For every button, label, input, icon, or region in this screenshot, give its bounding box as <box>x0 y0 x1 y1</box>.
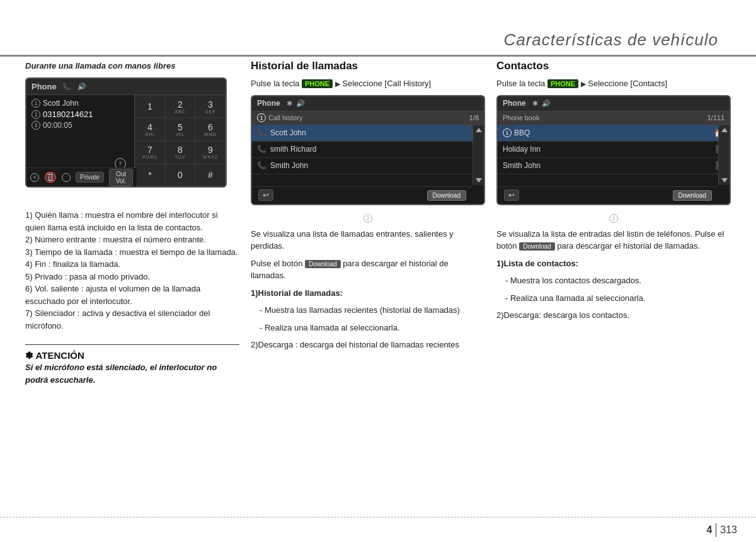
bt-icon-mid: ✱ <box>287 99 292 108</box>
phone-sm-subheader-right: Phone book 1/111 <box>498 111 730 125</box>
key-3[interactable]: 3DEF <box>195 95 226 118</box>
download-button-right[interactable]: Download <box>673 190 712 201</box>
attention-box: ✽ ATENCIÓN Si el micrófono está silencia… <box>25 344 239 386</box>
call-history-list: 📞 Scott John 📞 smith Richard 📞 Smith Joh… <box>252 125 484 174</box>
call-icon-3: 📞 <box>257 161 266 170</box>
key-2[interactable]: 2ABC <box>165 95 195 118</box>
key-hash[interactable]: # <box>195 164 226 186</box>
caller-name-row: 1 Scott John <box>32 99 132 108</box>
right-section-title: Contactos <box>496 60 731 72</box>
right-list-title1: 1)Lista de contactos: <box>496 257 731 270</box>
call-history-count: 1/8 <box>469 114 479 121</box>
phone-screen-large: Phone 📞 🔊 1 Scott John 2 03180214621 3 0… <box>25 77 227 188</box>
phone-speaker-icon: 🔊 <box>77 82 87 92</box>
mid-intro-text: Pulse la tecla <box>251 79 299 88</box>
note-3: 3) Tiempo de la llamada : muestra el tie… <box>25 246 239 259</box>
right-list-title2: 2)Descarga: descarga los contactos. <box>496 309 731 322</box>
mid-desc1: Se visualiza una lista de llamadas entra… <box>251 228 485 252</box>
call-name-1: Scott John <box>270 128 306 137</box>
caller-name: Scott John <box>43 99 79 108</box>
phone-sm-title-right: Phone <box>503 99 526 108</box>
contact-row-3[interactable]: Smith John ▭ <box>498 158 730 174</box>
key-4[interactable]: 4GHI <box>135 118 165 140</box>
mid-intro-suffix: Seleccione [Call History] <box>342 79 431 88</box>
phone-bottom-bar: 4 📵 Private Out Vol. <box>26 167 137 186</box>
call-row-2[interactable]: 📞 smith Richard <box>252 142 484 158</box>
phone-screen-right: Phone ✱ 🔊 Phone book 1/111 1 BBQ 🏠 <box>496 95 731 205</box>
footer-total: 313 <box>720 524 737 536</box>
scroll-down-right[interactable] <box>721 178 728 183</box>
call-history-label: Call history <box>268 114 302 121</box>
header-title: Características de vehículo <box>503 30 718 50</box>
circle-2-left: 2 <box>32 110 40 119</box>
key-9[interactable]: 9WXYZ <box>195 141 226 164</box>
right-title-text: Contactos <box>496 60 549 72</box>
circle2-right-container: 2 <box>496 212 731 223</box>
back-button-mid[interactable]: ↩ <box>258 189 273 201</box>
right-column: Contactos Pulse la tecla PHONE ▶ Selecci… <box>496 60 731 514</box>
phonebook-count: 1/111 <box>707 114 724 121</box>
note-2: 2) Número entrante : muestra el número e… <box>25 234 239 246</box>
scroll-up-mid[interactable] <box>476 128 482 132</box>
note-1: 1) Quién llama : muestra el nombre del i… <box>25 209 239 234</box>
mid-section-title: Historial de llamadas <box>251 60 485 72</box>
note-4: 4) Fin : finaliza la llamada. <box>25 258 239 271</box>
contact-row-2[interactable]: Holiday Inn ▭ <box>498 142 730 158</box>
call-row-1[interactable]: 📞 Scott John <box>252 125 484 142</box>
circle-2-right: 2 <box>609 214 618 223</box>
note-7: 7) Silenciador : activa y desactiva el s… <box>25 307 239 332</box>
subheader-left: 1 Call history <box>257 113 302 122</box>
call-icon-1: 📞 <box>257 128 266 137</box>
key-5[interactable]: 5JKL <box>165 118 195 140</box>
left-subtitle: Durante una llamada con manos libres <box>25 60 239 71</box>
scroll-down-mid[interactable] <box>476 178 482 183</box>
download-button-mid[interactable]: Download <box>427 190 466 201</box>
key-6[interactable]: 6MNO <box>195 118 226 140</box>
speaker-icon-mid: 🔊 <box>296 99 305 108</box>
key-8[interactable]: 8TUV <box>165 141 195 164</box>
circle-4: 4 <box>30 173 39 182</box>
download-inline-right: Download <box>519 242 554 251</box>
circle-2-mid: 2 <box>364 214 372 223</box>
call-row-3[interactable]: 📞 Smith John <box>252 158 484 174</box>
call-time-row: 3 00:00:05 <box>32 121 132 130</box>
mid-list-item1b: - Realiza una llamada al seleccionarla. <box>251 322 485 334</box>
mid-intro: Pulse la tecla PHONE ▶ Seleccione [Call … <box>251 77 485 90</box>
call-time: 00:00:05 <box>43 121 72 130</box>
left-column: Durante una llamada con manos libres Pho… <box>25 60 239 514</box>
attention-text: Si el micrófono está silenciado, el inte… <box>25 361 239 386</box>
phonebook-label: Phone book <box>503 114 540 121</box>
circle2-mid-container: 2 <box>251 212 485 223</box>
private-button[interactable]: Private <box>76 172 104 183</box>
circle-3: 3 <box>32 121 40 130</box>
mid-list-title2: 2)Descarga : descarga del historial de l… <box>251 339 485 351</box>
right-intro: Pulse la tecla PHONE ▶ Seleccione [Conta… <box>496 77 731 90</box>
speaker-icon-right: 🔊 <box>542 99 551 108</box>
main-content: Durante una llamada con manos libres Pho… <box>25 60 731 514</box>
phone-sm-footer-right: ↩ Download <box>498 186 718 204</box>
scroll-up-right[interactable] <box>721 128 728 132</box>
right-list-item1b: - Realiza una llamada al seleccionarla. <box>496 292 731 305</box>
footer-page: 4 <box>706 524 712 536</box>
key-star[interactable]: * <box>135 164 165 186</box>
contact-name-3: Smith John <box>503 161 541 170</box>
mid-phone-key: PHONE <box>302 79 333 88</box>
call-name-2: smith Richard <box>270 145 316 154</box>
download-inline-mid: Download <box>305 260 340 268</box>
key-7[interactable]: 7PORS <box>135 141 165 164</box>
key-1[interactable]: 1 <box>135 95 165 118</box>
mid-desc2: Pulse el botón Download para descargar e… <box>251 257 485 282</box>
back-button-right[interactable]: ↩ <box>504 189 519 201</box>
key-0[interactable]: 0 <box>165 164 195 186</box>
note-5: 5) Privado : pasa al modo privado. <box>25 271 239 283</box>
phone-header-bar: Phone 📞 🔊 <box>26 79 226 95</box>
scroll-bar-right <box>718 125 730 185</box>
phone-keypad: 1 2ABC 3DEF 4GHI 5JKL 6MNO 7PORS 8TUV 9W… <box>134 95 226 186</box>
phone-sm-header-mid: Phone ✱ 🔊 <box>252 96 484 111</box>
right-phone-key: PHONE <box>547 79 578 88</box>
contacts-list: 1 BBQ 🏠 Holiday Inn ▭ Smith John ▭ <box>498 125 730 174</box>
outvol-button[interactable]: Out Vol. <box>109 169 133 186</box>
phone-title: Phone <box>32 82 57 91</box>
circle-1-right: 1 <box>503 128 512 137</box>
contact-row-1[interactable]: 1 BBQ 🏠 <box>498 125 730 142</box>
